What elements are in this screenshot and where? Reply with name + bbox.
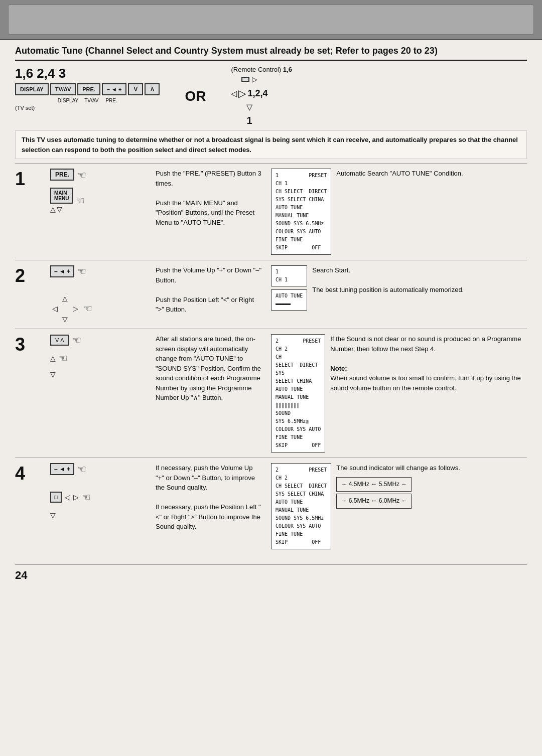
- screen-coloursys: COLOUR SYS AUTO: [276, 228, 327, 236]
- screen-sysselect: SYS SELECT CHINA: [276, 196, 327, 204]
- page-number: 24: [15, 564, 527, 582]
- nav-group: △ ◁ ▷ ▽ ☞: [50, 293, 92, 324]
- s3-manualtune: MANUAL TUNE ‖‖‖‖‖‖‖‖: [276, 393, 321, 409]
- remote-nav-down: ▽: [246, 102, 252, 112]
- main-content: Automatic Tune (Channel Select and Count…: [0, 40, 542, 597]
- step-4-text: If necessary, push the Volume Up "+" or …: [156, 463, 266, 549]
- step-4-icon-group1: – ◄ + ☞: [50, 463, 86, 475]
- hand-icon-7: ☞: [77, 463, 86, 475]
- nav-center: [60, 304, 70, 314]
- up-btn[interactable]: Λ: [145, 83, 160, 95]
- nav-up: △: [60, 293, 70, 303]
- pre-button-group: PRE. ☞: [50, 169, 86, 182]
- description-box: This TV uses automatic tuning to determi…: [15, 130, 527, 159]
- remote-diagram-row: ▷ ◁ ▷ 1,2,4 ▽ 1: [231, 75, 267, 126]
- step-4-instruction-2: If necessary, push the Position Left "<"…: [156, 502, 262, 532]
- screen-ch1: CH 1: [276, 180, 327, 188]
- remote-label: (Remote Control) 1,6: [231, 66, 292, 73]
- pre-button-icon: PRE.: [50, 169, 74, 181]
- pre-btn[interactable]: PRE.: [77, 83, 100, 95]
- nav-left: ◁: [50, 304, 60, 314]
- buttons-row: DISPLAY TV/AV PRE. – ◄ + V Λ DISPLAY TV/…: [15, 83, 160, 111]
- hand-icon-6: ☞: [59, 352, 68, 364]
- step-2-result: Search Start. The best tuning position i…: [312, 265, 464, 324]
- down-arrow-1: ▽: [50, 370, 56, 378]
- s3-ch2: CH 2: [276, 345, 321, 353]
- sound-arrows: → 4.5MHz ↔ 5.5MHz ← → 6.5MHz ↔ 6.0MHz ←: [336, 477, 460, 509]
- tv-diagram-image: [8, 5, 534, 35]
- hand-icon-4: ☞: [83, 303, 92, 315]
- left-controls: 1,6 2,4 3 DISPLAY TV/AV PRE. – ◄ + V Λ D…: [15, 66, 160, 111]
- display-btn[interactable]: DISPLAY: [15, 83, 49, 95]
- step-2-instruction-2: Push the Position Left "<" or Right ">" …: [156, 295, 262, 315]
- step-2-right: 1 CH 1 AUTO TUNE ▬▬▬▬▬ Search Start. The…: [271, 265, 527, 324]
- vol-btn[interactable]: – ◄ +: [102, 83, 127, 95]
- step-row-1: 1 PRE. ☞ MAINMENU △ ▽ ☞: [15, 163, 527, 260]
- nav-down-s4: ▽: [50, 511, 56, 519]
- remote-nav: ◁ ▷ 1,2,4: [231, 87, 267, 99]
- tv-box-s4: □: [50, 492, 62, 503]
- v-btn[interactable]: V: [128, 83, 143, 95]
- sound-arrow-2: → 6.5MHz ↔ 6.0MHz ←: [336, 494, 412, 509]
- step-2-icons: – ◄ + ☞ △ ◁ ▷ ▽ ☞: [50, 265, 151, 324]
- btn-label-row: DISPLAY TV/AV PRE.: [58, 98, 117, 103]
- step-1-icons: PRE. ☞ MAINMENU △ ▽ ☞: [50, 169, 151, 255]
- step-row-2: 2 – ◄ + ☞ △ ◁ ▷ ▽ ☞: [15, 260, 527, 329]
- step-3-icons: V Λ ☞ △ ☞ ▽: [50, 334, 151, 452]
- s2-num: 1: [276, 268, 303, 276]
- hand-icon-3: ☞: [77, 265, 86, 277]
- v-up-down: V Λ: [50, 335, 69, 346]
- s4-coloursys: COLOUR SYS AUTO: [276, 522, 327, 530]
- hand-icon-2: ☞: [76, 195, 85, 207]
- up-arrows: △: [50, 354, 56, 362]
- mainmenu-nav: MAINMENU △ ▽: [50, 188, 73, 213]
- nav-up-arrow: △: [50, 205, 56, 213]
- screen-skip: SKIP OFF: [276, 244, 327, 252]
- step-3-icon-group3: ▽: [50, 370, 56, 378]
- nav-right-s4: ▷: [73, 493, 79, 501]
- s3-finetune: FINE TUNE: [276, 433, 321, 441]
- step-1-screen: 1PRESET CH 1 CH SELECT DIRECT SYS SELECT…: [271, 169, 331, 255]
- screen-soundsys: SOUND SYS 6.5MHz: [276, 220, 327, 228]
- mainmenu-group: MAINMENU △ ▽ ☞: [50, 188, 85, 213]
- nav-right-icon: ▷: [238, 87, 246, 99]
- step-3-text: After all stations are tuned, the on-scr…: [156, 334, 266, 452]
- label-pre: PRE.: [105, 98, 117, 103]
- step-3-right: 2PRESET CH 2 CH SELECT DIRECT SYS SELECT…: [271, 334, 527, 452]
- step-number-2: 2: [15, 265, 45, 286]
- s2-ch: CH 1: [276, 276, 303, 284]
- step-1-result: Automatic Search "AUTO TUNE" Condition.: [336, 169, 463, 255]
- step-2-screens: 1 CH 1 AUTO TUNE ▬▬▬▬▬: [271, 265, 307, 324]
- tv-set-label: (TV set): [15, 105, 160, 111]
- step-4-right: 2PRESET CH 2 CH SELECT DIRECT SYS SELECT…: [271, 463, 527, 549]
- step-row-3: 3 V Λ ☞ △ ☞ ▽: [15, 329, 527, 458]
- remote-box-top: [241, 77, 249, 82]
- hand-icon-5: ☞: [72, 334, 81, 346]
- step-2-screen-top: 1 CH 1: [271, 265, 307, 286]
- nav-down-icon: ▽: [246, 103, 252, 111]
- tvav-btn[interactable]: TV/AV: [50, 83, 76, 95]
- hand-icon-1: ☞: [77, 169, 86, 181]
- step-3-instruction: After all stations are tuned, the on-scr…: [156, 334, 262, 403]
- vol-group: – ◄ + ☞: [50, 265, 86, 277]
- s3-chselect: CH SELECT DIRECT: [276, 353, 321, 369]
- remote-top-section: ▷ ◁ ▷ 1,2,4 ▽ 1: [231, 75, 267, 126]
- step-3-screen: 2PRESET CH 2 CH SELECT DIRECT SYS SELECT…: [271, 334, 325, 452]
- step-row-4: 4 – ◄ + ☞ □ ◁ ▷ ☞ ▽ If necessary, push: [15, 458, 527, 554]
- nav-down: ▽: [60, 314, 70, 324]
- step-1-text: Push the "PRE." (PRESET) Button 3 times.…: [156, 169, 266, 255]
- sound-arrow-1: → 4.5MHz ↔ 5.5MHz ←: [336, 477, 412, 492]
- s3-sysselect: SYS SELECT CHINA: [276, 369, 321, 385]
- screen-row-1: 1PRESET: [276, 172, 327, 180]
- step-number-1: 1: [15, 169, 45, 190]
- remote-ref3: 1: [246, 115, 252, 126]
- nav-arrows: △ ▽: [50, 205, 73, 213]
- s4-ch2: CH 2: [276, 474, 327, 482]
- label-tvav: TV/AV: [84, 98, 98, 103]
- diagram-step-refs: 1,6 2,4 3: [15, 66, 66, 81]
- step-4-icon-group2: □ ◁ ▷ ☞: [50, 491, 91, 503]
- s3-row1: 2PRESET: [276, 337, 321, 345]
- s4-finetune: FINE TUNE: [276, 530, 327, 538]
- remote-ref1: 1,6: [283, 66, 292, 73]
- steps-container: 1 PRE. ☞ MAINMENU △ ▽ ☞: [15, 163, 527, 554]
